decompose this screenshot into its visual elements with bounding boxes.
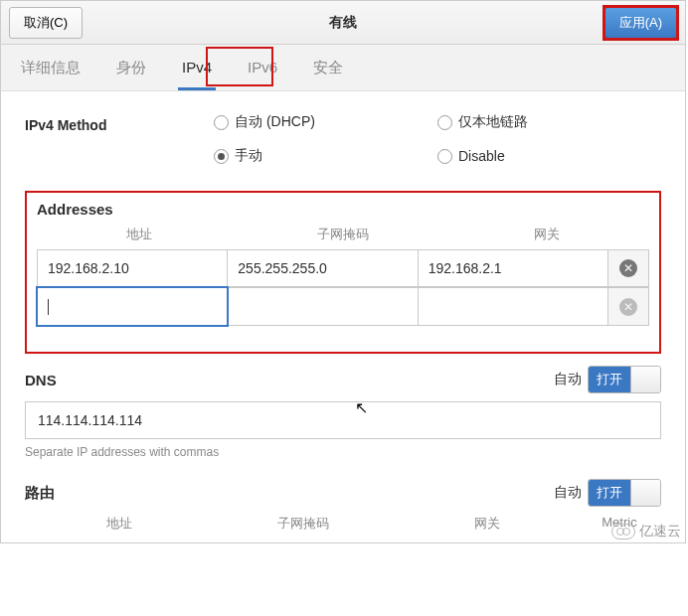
radio-label: 自动 (DHCP) xyxy=(235,113,315,131)
radio-auto-dhcp[interactable]: 自动 (DHCP) xyxy=(214,113,437,131)
tab-ipv6[interactable]: IPv6 xyxy=(244,45,281,90)
close-icon: ✕ xyxy=(619,259,637,277)
radio-manual[interactable]: 手动 xyxy=(214,147,437,165)
col-header-metric: Metric xyxy=(580,515,659,533)
delete-row-button[interactable]: ✕ xyxy=(607,249,649,287)
col-header-gateway: 网关 xyxy=(396,515,580,533)
delete-row-button[interactable]: ✕ xyxy=(607,287,649,326)
netmask-input[interactable]: 255.255.255.0 xyxy=(227,249,418,287)
routes-auto-toggle[interactable]: 打开 xyxy=(588,479,661,507)
tab-security[interactable]: 安全 xyxy=(309,45,347,90)
close-icon: ✕ xyxy=(619,298,637,316)
dns-auto-label: 自动 xyxy=(554,371,582,388)
ipv4-method-label: IPv4 Method xyxy=(25,113,214,133)
radio-icon xyxy=(214,115,229,130)
addresses-section: Addresses 地址 子网掩码 网关 192.168.2.10 255.25… xyxy=(25,191,661,354)
address-input[interactable]: 192.168.2.10 xyxy=(37,249,228,287)
col-header-netmask: 子网掩码 xyxy=(241,226,444,243)
routes-auto-label: 自动 xyxy=(554,484,582,502)
dns-hint: Separate IP addresses with commas xyxy=(25,445,661,459)
radio-icon xyxy=(437,115,452,130)
window-title: 有线 xyxy=(1,14,685,32)
apply-button[interactable]: 应用(A) xyxy=(604,7,677,39)
dns-input[interactable] xyxy=(25,401,661,439)
col-header-address: 地址 xyxy=(37,226,241,243)
routes-title: 路由 xyxy=(25,484,554,503)
gateway-input[interactable] xyxy=(418,287,608,326)
tab-bar: 详细信息 身份 IPv4 IPv6 安全 xyxy=(1,45,685,91)
tab-identity[interactable]: 身份 xyxy=(112,45,150,90)
dns-auto-toggle[interactable]: 打开 xyxy=(588,366,661,393)
cancel-button[interactable]: 取消(C) xyxy=(9,7,83,39)
address-row: 192.168.2.10 255.255.255.0 192.168.2.1 ✕ xyxy=(37,249,649,287)
netmask-input[interactable] xyxy=(227,287,418,326)
col-header-address: 地址 xyxy=(27,515,211,533)
toggle-on-label: 打开 xyxy=(589,367,630,392)
radio-link-local[interactable]: 仅本地链路 xyxy=(437,113,661,131)
radio-label: 仅本地链路 xyxy=(458,113,528,131)
col-header-netmask: 子网掩码 xyxy=(211,515,395,533)
gateway-input[interactable]: 192.168.2.1 xyxy=(418,249,608,287)
toggle-knob xyxy=(630,367,660,392)
radio-disable[interactable]: Disable xyxy=(437,147,661,165)
radio-label: 手动 xyxy=(235,147,262,165)
toggle-on-label: 打开 xyxy=(589,480,630,506)
titlebar: 取消(C) 有线 应用(A) xyxy=(1,1,685,45)
radio-icon xyxy=(214,149,229,164)
toggle-knob xyxy=(630,480,660,506)
dns-title: DNS xyxy=(25,372,554,388)
tab-details[interactable]: 详细信息 xyxy=(17,45,85,90)
tab-ipv4[interactable]: IPv4 xyxy=(178,45,216,90)
col-header-gateway: 网关 xyxy=(445,226,649,243)
addresses-title: Addresses xyxy=(37,201,649,218)
address-input[interactable] xyxy=(37,287,228,326)
radio-label: Disable xyxy=(458,148,505,164)
address-row: ✕ xyxy=(37,287,649,326)
radio-icon xyxy=(437,149,452,164)
